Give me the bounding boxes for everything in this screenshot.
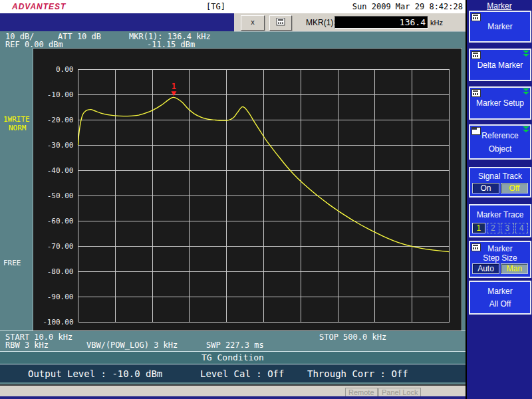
y-axis-tick-label: -80.00 (47, 267, 74, 276)
softkey-marker-all-off[interactable]: Marker All Off (469, 281, 531, 315)
vbw-label: VBW/(POW_LOG) 3 kHz (86, 340, 178, 350)
advantest-logo: ADVANTEST (12, 2, 66, 11)
marker-trace-3[interactable]: 3 (501, 223, 514, 233)
more-chevron-icon (523, 51, 529, 57)
trace-norm-label: NORM (9, 124, 27, 132)
softkey-delta-marker[interactable]: Delta Marker (469, 49, 531, 81)
close-button[interactable]: x (241, 15, 265, 31)
spectrum-plot-panel: 0.00-10.00-20.00-30.00-40.00-50.00-60.00… (33, 48, 462, 332)
sweep-settings-strip: START 10.0 kHz STOP 500.0 kHz RBW 3 kHz … (0, 331, 466, 350)
marker-trace-1[interactable]: 1 (472, 223, 485, 233)
softkey-reference-object[interactable]: Reference Object (469, 124, 531, 160)
attenuation-readout: ATT 10 dB (58, 32, 101, 41)
calculator-icon (471, 89, 481, 97)
status-footer: Remote Panel Lock (0, 384, 466, 398)
signal-track-on[interactable]: On (472, 183, 499, 194)
bottom-strip (0, 396, 466, 399)
softkey-menu-title: Marker (467, 1, 532, 11)
y-axis-tick-label: -60.00 (47, 217, 74, 225)
y-axis-tick-label: -50.00 (47, 192, 74, 200)
y-axis-tick-label: -30.00 (47, 141, 74, 150)
y-axis-tick-label: -20.00 (47, 116, 74, 124)
sweep-time-label: SWP 227.3 ms (206, 340, 264, 350)
marker-arrow-icon (171, 91, 176, 96)
softkey-marker-step-size[interactable]: Marker Step Size Auto Man (469, 241, 531, 278)
y-axis-tick-label: 0.00 (56, 65, 74, 74)
analyzer-screen: ADVANTEST [TG] Sun 2009 Mar 29 8:42:28 x… (0, 0, 532, 399)
y-axis-tick-label: -100.00 (43, 318, 73, 327)
panel-lock-indicator[interactable]: Panel Lock (378, 388, 421, 397)
y-axis-tick-label: -70.00 (47, 242, 74, 251)
remote-indicator[interactable]: Remote (345, 388, 378, 397)
navy-strip (0, 13, 234, 31)
y-axis-tick-label: -40.00 (47, 166, 74, 175)
y-axis-tick-label: -90.00 (47, 293, 74, 301)
spectrum-plot: 0.00-10.00-20.00-30.00-40.00-50.00-60.00… (33, 49, 460, 330)
softkey-marker[interactable]: Marker (469, 11, 531, 43)
tg-level-cal: Level Cal : Off (200, 368, 284, 379)
mkr-unit-label: kHz (430, 19, 443, 27)
stop-frequency-label: STOP 500.0 kHz (319, 332, 386, 342)
softkey-marker-setup[interactable]: Marker Setup (469, 86, 531, 120)
step-size-auto[interactable]: Auto (472, 263, 499, 274)
tg-through-corr: Through Corr : Off (307, 368, 408, 379)
title-bar: ADVANTEST [TG] Sun 2009 Mar 29 8:42:28 (0, 0, 466, 13)
marker-trace-2[interactable]: 2 (487, 223, 500, 233)
more-chevron-icon (523, 88, 529, 95)
softkey-sidebar: Marker Marker Delta Marker Marker Setup … (466, 0, 532, 399)
calculator-icon (471, 13, 481, 21)
tg-output-level: Output Level : -10.0 dBm (28, 368, 162, 379)
rbw-label: RBW 3 kHz (5, 340, 49, 350)
softkey-signal-track[interactable]: Signal Track On Off (469, 167, 531, 198)
marker-entry-toolbar: x MKR(1): kHz (234, 13, 466, 32)
marker-trace-4[interactable]: 4 (515, 223, 529, 233)
datetime: Sun 2009 Mar 29 8:42:28 (352, 2, 463, 11)
trace-write-label: 1WRITE (3, 115, 30, 124)
mkr-field-label: MKR(1): (306, 18, 336, 27)
trigger-free-label: FREE (3, 259, 21, 267)
calculator-icon (471, 51, 481, 59)
mkr-frequency-input[interactable] (334, 16, 428, 29)
step-size-man[interactable]: Man (501, 263, 528, 274)
y-axis-tick-label: -10.00 (47, 90, 74, 99)
tg-condition-values: Output Level : -10.0 dBm Level Cal : Off… (0, 364, 466, 382)
softkey-marker-trace[interactable]: Marker Trace 1 2 3 4 (469, 204, 531, 237)
calculator-icon (276, 18, 285, 26)
marker-number: 1 (172, 82, 176, 91)
tg-condition-title: TG Condition (0, 351, 466, 364)
mode-indicator: [TG] (206, 2, 225, 11)
signal-track-off[interactable]: Off (501, 183, 528, 194)
keypad-button[interactable] (269, 15, 292, 31)
